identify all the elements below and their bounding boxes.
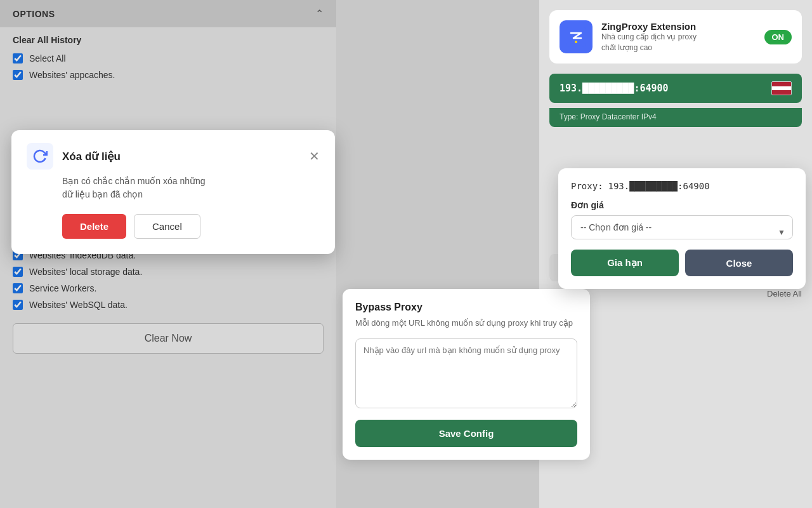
- proxy-ip-text: 193.█████████:64900: [560, 83, 669, 94]
- bypass-textarea[interactable]: [355, 338, 577, 408]
- proxy-extension-desc: Nhà cung cấp dịch vụ proxy chất lượng ca…: [601, 32, 756, 53]
- bypass-desc: Mỗi dòng một URL không muốn sử dụng prox…: [355, 317, 577, 330]
- close-dialog-button[interactable]: ✕: [309, 150, 320, 163]
- on-badge[interactable]: ON: [764, 30, 792, 44]
- don-gia-select-wrapper: -- Chọn đơn giá --: [571, 215, 793, 250]
- bypass-panel: Bypass Proxy Mỗi dòng một URL không muốn…: [343, 289, 590, 460]
- save-config-button[interactable]: Save Config: [355, 420, 577, 447]
- proxy-logo: [560, 20, 593, 53]
- renewal-buttons: Gia hạn Close: [571, 250, 793, 276]
- don-gia-select[interactable]: -- Chọn đơn giá --: [571, 215, 793, 239]
- dialog-title: Xóa dữ liệu: [62, 150, 121, 163]
- refresh-icon: [32, 149, 48, 164]
- delete-button[interactable]: Delete: [62, 214, 126, 239]
- dialog-overlay: [0, 0, 336, 508]
- close-renewal-button[interactable]: Close: [685, 250, 793, 276]
- delete-dialog: Xóa dữ liệu ✕ Bạn có chắc chắn muốn xóa …: [11, 130, 335, 254]
- renewal-modal: Proxy: 193.█████████:64900 Đơn giá -- Ch…: [558, 168, 806, 289]
- delete-dialog-header: Xóa dữ liệu ✕: [27, 143, 320, 170]
- dialog-message: Bạn có chắc chắn muốn xóa những dữ liệu …: [62, 175, 320, 201]
- proxy-ip-bar: 193.█████████:64900: [549, 74, 802, 103]
- gia-han-button[interactable]: Gia hạn: [571, 250, 679, 276]
- renewal-proxy-label: Proxy: 193.█████████:64900: [571, 181, 793, 191]
- bypass-title: Bypass Proxy: [355, 302, 577, 313]
- cancel-button[interactable]: Cancel: [134, 214, 200, 239]
- dialog-buttons: Delete Cancel: [62, 214, 320, 239]
- dialog-icon: [27, 143, 53, 170]
- us-flag-icon: [771, 81, 792, 95]
- proxy-extension-name: ZingProxy Extension: [601, 21, 756, 32]
- zingproxy-logo-icon: [566, 27, 586, 47]
- don-gia-label: Đơn giá: [571, 200, 793, 210]
- svg-point-1: [575, 41, 577, 43]
- proxy-type-text: Type: Proxy Datacenter IPv4: [560, 112, 657, 121]
- proxy-info: ZingProxy Extension Nhà cung cấp dịch vụ…: [601, 21, 756, 53]
- proxy-card: ZingProxy Extension Nhà cung cấp dịch vụ…: [549, 10, 802, 64]
